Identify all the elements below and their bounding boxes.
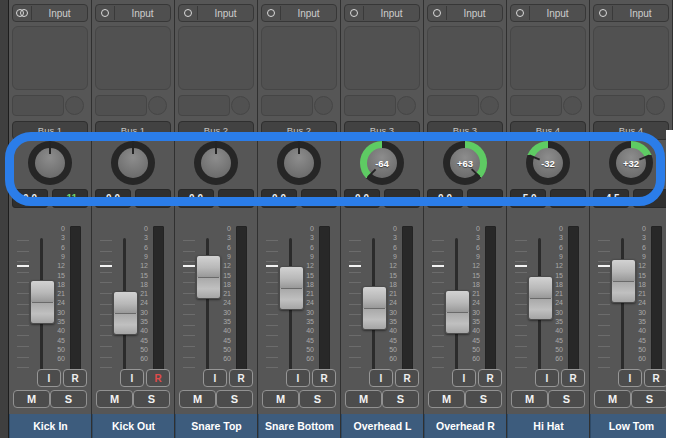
solo-button[interactable]: S (216, 390, 253, 408)
record-enable-button[interactable]: R (63, 369, 87, 387)
pan-knob[interactable]: +63 (443, 141, 487, 185)
send-level-knob[interactable] (646, 96, 665, 115)
solo-button[interactable]: S (299, 390, 336, 408)
solo-button[interactable]: S (631, 390, 668, 408)
send-slot[interactable] (12, 95, 64, 116)
send-level-knob[interactable] (231, 96, 250, 115)
peak-display[interactable] (467, 189, 503, 208)
track-name[interactable]: Snare Bottom (258, 414, 340, 438)
input-button[interactable]: Input (12, 4, 88, 22)
pan-knob[interactable]: +32 (609, 141, 653, 185)
peak-display[interactable] (384, 189, 420, 208)
input-monitor-button[interactable]: I (203, 369, 227, 387)
send-level-knob[interactable] (480, 96, 499, 115)
solo-button[interactable]: S (382, 390, 419, 408)
send-level-knob[interactable] (563, 96, 582, 115)
input-monitor-button[interactable]: I (120, 369, 144, 387)
send-level-knob[interactable] (65, 96, 84, 115)
record-enable-button[interactable]: R (478, 369, 502, 387)
solo-button[interactable]: S (50, 390, 87, 408)
send-slot[interactable] (593, 95, 645, 116)
audio-fx-slot-area[interactable] (344, 26, 420, 90)
track-name[interactable]: Kick Out (92, 414, 174, 438)
pan-knob[interactable] (28, 141, 72, 185)
track-name[interactable]: Kick In (9, 414, 91, 438)
volume-display[interactable]: -5.0 (510, 189, 546, 208)
send-level-knob[interactable] (397, 96, 416, 115)
mute-button[interactable]: M (179, 390, 216, 408)
track-name[interactable]: Snare Top (175, 414, 257, 438)
solo-button[interactable]: S (465, 390, 502, 408)
input-button[interactable]: Input (178, 4, 254, 22)
record-enable-button[interactable]: R (312, 369, 336, 387)
record-enable-button[interactable]: R (644, 369, 668, 387)
input-monitor-button[interactable]: I (37, 369, 61, 387)
volume-display[interactable]: 0.0 (12, 189, 48, 208)
mute-button[interactable]: M (511, 390, 548, 408)
input-monitor-button[interactable]: I (618, 369, 642, 387)
audio-fx-slot-area[interactable] (95, 26, 171, 90)
audio-fx-slot-area[interactable] (427, 26, 503, 90)
solo-button[interactable]: S (548, 390, 585, 408)
volume-display[interactable]: 0.0 (178, 189, 214, 208)
send-level-knob[interactable] (148, 96, 167, 115)
track-name[interactable]: Overhead R (424, 414, 506, 438)
mute-button[interactable]: M (13, 390, 50, 408)
send-slot[interactable] (178, 95, 230, 116)
record-enable-button[interactable]: R (229, 369, 253, 387)
track-name[interactable]: Low Tom (590, 414, 672, 438)
input-monitor-button[interactable]: I (535, 369, 559, 387)
peak-display[interactable] (135, 189, 171, 208)
track-name[interactable]: Overhead L (341, 414, 423, 438)
peak-display[interactable] (550, 189, 586, 208)
send-slot[interactable] (344, 95, 396, 116)
mute-button[interactable]: M (96, 390, 133, 408)
mute-button[interactable]: M (594, 390, 631, 408)
volume-display[interactable]: 0.0 (95, 189, 131, 208)
solo-button[interactable]: S (133, 390, 170, 408)
peak-display[interactable] (218, 189, 254, 208)
send-slot[interactable] (427, 95, 479, 116)
input-monitor-button[interactable]: I (286, 369, 310, 387)
audio-fx-slot-area[interactable] (510, 26, 586, 90)
volume-display[interactable]: -4.5 (593, 189, 629, 208)
record-enable-button[interactable]: R (395, 369, 419, 387)
audio-fx-slot-area[interactable] (593, 26, 669, 90)
pan-knob[interactable] (194, 141, 238, 185)
input-monitor-button[interactable]: I (369, 369, 393, 387)
input-button[interactable]: Input (593, 4, 669, 22)
pan-knob[interactable] (111, 141, 155, 185)
input-monitor-button[interactable]: I (452, 369, 476, 387)
audio-fx-slot-area[interactable] (178, 26, 254, 90)
mute-button[interactable]: M (428, 390, 465, 408)
mute-button[interactable]: M (345, 390, 382, 408)
send-level-knob[interactable] (314, 96, 333, 115)
record-enable-button[interactable]: R (561, 369, 585, 387)
volume-display[interactable]: 0.0 (261, 189, 297, 208)
audio-fx-slot-area[interactable] (261, 26, 337, 90)
send-slot[interactable] (261, 95, 313, 116)
input-button[interactable]: Input (427, 4, 503, 22)
meter-scale: 03691215182124303540455060 (45, 212, 67, 368)
send-slot[interactable] (510, 95, 562, 116)
input-button[interactable]: Input (510, 4, 586, 22)
pan-knob[interactable]: -32 (526, 141, 570, 185)
pan-knob[interactable] (277, 141, 321, 185)
meter-scale-label: 24 (543, 299, 563, 306)
meter-scale-label: 50 (543, 346, 563, 353)
mute-button[interactable]: M (262, 390, 299, 408)
meter-scale-label: 6 (377, 244, 397, 251)
peak-display[interactable]: -11 (52, 189, 88, 208)
volume-display[interactable]: 0.0 (427, 189, 463, 208)
record-enable-button[interactable]: R (146, 369, 170, 387)
input-button[interactable]: Input (261, 4, 337, 22)
send-slot[interactable] (95, 95, 147, 116)
audio-fx-slot-area[interactable] (12, 26, 88, 90)
input-button[interactable]: Input (95, 4, 171, 22)
input-button[interactable]: Input (344, 4, 420, 22)
volume-display[interactable]: 0.0 (344, 189, 380, 208)
pan-knob[interactable]: -64 (360, 141, 404, 185)
peak-display[interactable] (301, 189, 337, 208)
peak-display[interactable] (633, 189, 669, 208)
track-name[interactable]: Hi Hat (507, 414, 589, 438)
